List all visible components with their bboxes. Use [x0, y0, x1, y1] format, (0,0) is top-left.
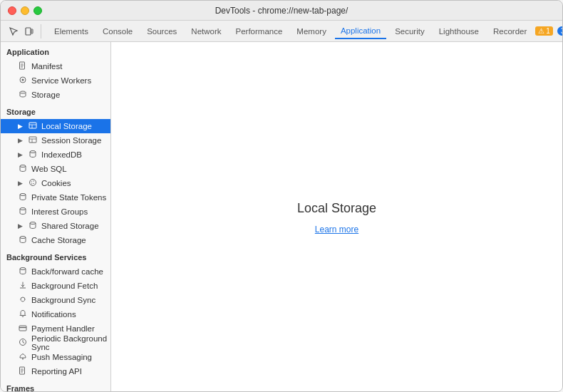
tab-application[interactable]: Application	[335, 24, 386, 39]
cache-storage-icon	[18, 235, 28, 245]
tab-recorder[interactable]: Recorder	[487, 24, 532, 38]
sidebar-item-cache-storage[interactable]: Cache Storage	[1, 233, 110, 247]
interest-groups-label: Interest Groups	[31, 207, 108, 216]
tab-memory[interactable]: Memory	[291, 24, 332, 38]
svg-point-8	[20, 91, 26, 93]
private-state-tokens-label: Private State Tokens	[31, 193, 108, 202]
storage-label: Storage	[31, 91, 108, 99]
svg-rect-12	[29, 137, 36, 143]
svg-point-23	[20, 208, 26, 210]
warning-badge[interactable]: ⚠ 1	[535, 26, 553, 36]
sidebar-item-interest-groups[interactable]: Interest Groups	[1, 205, 110, 219]
manifest-icon	[18, 61, 28, 71]
periodic-background-sync-label: Periodic Background Sync	[31, 334, 108, 351]
svg-point-25	[20, 237, 26, 239]
sidebar-item-periodic-background-sync[interactable]: Periodic Background Sync	[1, 336, 110, 350]
sidebar-item-session-storage[interactable]: ▶ Session Storage	[1, 133, 110, 148]
maximize-button[interactable]	[33, 6, 42, 15]
session-storage-chevron: ▶	[18, 137, 23, 144]
local-storage-chevron: ▶	[18, 123, 23, 130]
svg-rect-9	[29, 123, 36, 128]
toolbar: Elements Console Sources Network Perform…	[1, 21, 562, 42]
svg-point-15	[30, 151, 36, 153]
sidebar-item-payment-handler[interactable]: Payment Handler	[1, 321, 110, 336]
payment-handler-icon	[18, 324, 28, 334]
background-sync-label: Background Sync	[31, 296, 108, 304]
interest-groups-icon	[18, 207, 28, 217]
sidebar-item-shared-storage[interactable]: ▶ Shared Storage	[1, 219, 110, 233]
sidebar-item-web-sql[interactable]: Web SQL	[1, 162, 110, 176]
sidebar-item-local-storage[interactable]: ▶ Local Storage	[1, 119, 110, 133]
reporting-api-label: Reporting API	[31, 367, 108, 376]
reporting-api-icon	[18, 366, 28, 376]
tab-security[interactable]: Security	[389, 24, 430, 38]
svg-point-26	[20, 268, 26, 270]
svg-rect-27	[19, 326, 26, 331]
svg-point-22	[20, 194, 26, 196]
back-forward-cache-icon	[18, 267, 28, 277]
tab-lighthouse[interactable]: Lighthouse	[433, 24, 485, 38]
shared-storage-label: Shared Storage	[41, 222, 108, 230]
session-storage-label: Session Storage	[41, 136, 108, 145]
notifications-label: Notifications	[31, 310, 108, 319]
sidebar-item-notifications[interactable]: Notifications	[1, 307, 110, 321]
sidebar-item-reporting-api[interactable]: Reporting API	[1, 364, 110, 378]
sidebar-item-back-forward-cache[interactable]: Back/forward cache	[1, 264, 110, 279]
sidebar-item-push-messaging[interactable]: Push Messaging	[1, 350, 110, 364]
svg-point-20	[33, 183, 33, 184]
svg-rect-1	[31, 29, 33, 33]
cache-storage-label: Cache Storage	[31, 236, 108, 244]
notifications-icon	[18, 309, 28, 319]
warning-icon: ⚠	[538, 27, 544, 35]
sidebar-item-service-workers[interactable]: Service Workers	[1, 73, 110, 88]
sidebar-item-storage[interactable]: Storage	[1, 88, 110, 102]
toolbar-icons	[6, 24, 41, 38]
tab-performance[interactable]: Performance	[230, 24, 289, 38]
cookies-chevron: ▶	[18, 180, 23, 187]
back-forward-cache-label: Back/forward cache	[31, 267, 108, 276]
tab-network[interactable]: Network	[185, 24, 227, 38]
svg-point-18	[31, 181, 31, 182]
shared-storage-icon	[28, 221, 38, 231]
tab-elements[interactable]: Elements	[48, 24, 94, 38]
sidebar-item-manifest[interactable]: Manifest	[1, 59, 110, 73]
storage-icon	[18, 90, 28, 100]
session-storage-icon	[28, 135, 38, 145]
sidebar-item-indexeddb[interactable]: ▶ IndexedDB	[1, 148, 110, 162]
indexeddb-icon	[28, 150, 38, 160]
web-sql-label: Web SQL	[31, 165, 108, 173]
indexeddb-chevron: ▶	[18, 151, 23, 158]
sidebar-item-private-state-tokens[interactable]: Private State Tokens	[1, 190, 110, 205]
background-fetch-icon	[18, 281, 28, 291]
svg-point-16	[20, 165, 26, 167]
push-messaging-label: Push Messaging	[31, 353, 108, 361]
device-icon[interactable]	[22, 24, 36, 38]
inspect-icon[interactable]	[6, 24, 21, 38]
svg-point-21	[31, 183, 32, 184]
sidebar-item-background-fetch[interactable]: Background Fetch	[1, 279, 110, 293]
cookies-label: Cookies	[41, 179, 108, 187]
payment-handler-label: Payment Handler	[31, 324, 108, 333]
frames-section-title: Frames	[1, 378, 110, 392]
service-workers-icon	[18, 76, 28, 86]
tab-sources[interactable]: Sources	[141, 24, 182, 38]
content-title: Local Storage	[297, 201, 376, 216]
minimize-button[interactable]	[21, 6, 29, 15]
svg-rect-0	[26, 28, 31, 35]
service-workers-label: Service Workers	[31, 76, 108, 85]
local-storage-icon	[28, 121, 38, 131]
indexeddb-label: IndexedDB	[41, 150, 108, 159]
cookies-icon	[28, 178, 38, 188]
svg-point-7	[22, 79, 24, 81]
sidebar-item-cookies[interactable]: ▶ Cookies	[1, 176, 110, 190]
periodic-background-sync-icon	[18, 338, 28, 348]
application-section-title: Application	[1, 42, 110, 59]
learn-more-link[interactable]: Learn more	[315, 225, 358, 234]
sidebar-item-background-sync[interactable]: Background Sync	[1, 293, 110, 307]
svg-point-30	[22, 359, 24, 360]
info-badge[interactable]: 3	[557, 26, 563, 36]
traffic-lights	[8, 6, 42, 15]
title-bar: DevTools - chrome://new-tab-page/	[1, 1, 562, 21]
tab-console[interactable]: Console	[97, 24, 138, 38]
close-button[interactable]	[8, 6, 16, 15]
